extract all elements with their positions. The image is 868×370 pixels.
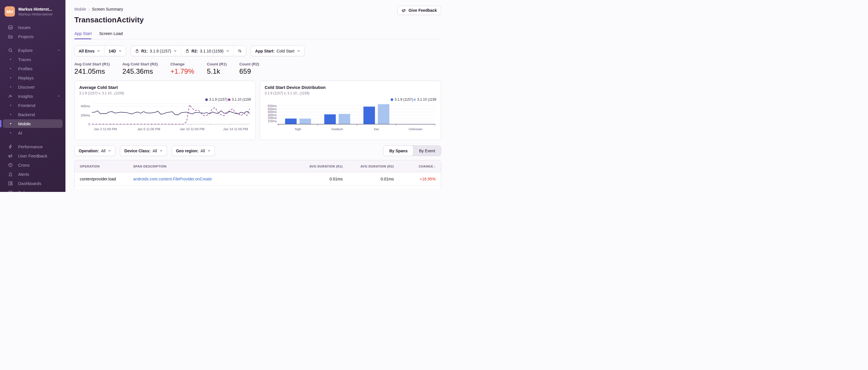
metrics-row: Avg Cold Start (R1) 241.05ms Avg Cold St… [74, 62, 441, 75]
avg-cold-start-card: Average Cold Start 3.1.9 (1157) v. 3.1.1… [74, 80, 256, 140]
swap-arrows-icon [238, 49, 242, 53]
give-feedback-label: Give Feedback [408, 8, 437, 12]
device-class-filter[interactable]: Device Class: All [120, 146, 167, 156]
sidebar-item-label: Releases [18, 190, 36, 192]
legend-item-r1[interactable]: 3.1.9 (1157) [205, 98, 228, 102]
device-class-value: All [152, 148, 157, 153]
dashboard-grid-icon [8, 181, 13, 186]
sidebar-item-label: Crons [18, 163, 30, 168]
sort-desc-icon: ↓ [434, 164, 436, 168]
toggle-by-event[interactable]: By Event [413, 146, 441, 156]
bullet-icon [8, 68, 13, 69]
table-row[interactable]: contentprovider.load androidx.core.conte… [74, 172, 441, 186]
breadcrumb-mobile[interactable]: Mobile [74, 7, 86, 11]
operation-filter[interactable]: Operation: All [74, 146, 115, 156]
tab-app-start[interactable]: App Start [74, 31, 92, 39]
user-name: Markus Hinterst... [19, 7, 53, 11]
sidebar-item-discover[interactable]: Discover [3, 82, 63, 91]
sidebar-item-projects[interactable]: Projects [3, 32, 63, 41]
chevron-down-icon [208, 149, 211, 152]
legend-item-r1[interactable]: 3.1.9 (1157) [391, 98, 413, 102]
avg-cold-start-line-chart[interactable]: 0200ms400msJan 2 11:00 PMJan 6 11:00 PMJ… [79, 102, 251, 132]
sidebar-item-label: Backend [18, 112, 35, 117]
column-header-change[interactable]: CHANGE↓ [399, 164, 441, 168]
sidebar-item-crons[interactable]: Crons [3, 161, 63, 169]
metric-change: Change +1.79% [170, 62, 194, 75]
span-description-link[interactable]: androidx.core.content.FileProvider.onCre… [133, 177, 212, 181]
sidebar-item-profiles[interactable]: Profiles [3, 64, 63, 73]
chevron-down-icon [97, 49, 100, 53]
metric-value: 245.36ms [122, 67, 158, 75]
legend-label: 3.1.9 (1157) [395, 98, 413, 102]
bullet-icon [8, 123, 13, 124]
active-indicator [0, 120, 1, 127]
sidebar-item-mobile[interactable]: Mobile [3, 119, 63, 128]
metric-count-r1: Count (R1) 5.1k [207, 62, 227, 75]
sidebar-item-label: Mobile [18, 121, 31, 126]
chevron-up-icon [57, 95, 60, 98]
swap-releases-button[interactable] [234, 46, 246, 56]
release-r2-value: 3.1.10 (1159) [200, 49, 224, 53]
bullet-icon [8, 105, 13, 106]
sidebar: MH Markus Hinterst... Markus Hinterstein… [0, 0, 65, 192]
geo-region-filter[interactable]: Geo region: All [172, 146, 215, 156]
sidebar-item-dashboards[interactable]: Dashboards [3, 179, 63, 188]
date-range-filter[interactable]: 14D [104, 46, 126, 56]
sidebar-item-frontend[interactable]: Frontend [3, 101, 63, 109]
charts-row: Average Cold Start 3.1.9 (1157) v. 3.1.1… [74, 80, 441, 140]
column-header-avg-duration-r1[interactable]: AVG DURATION (R1) [297, 165, 348, 168]
app-start-type-filter[interactable]: App Start: Cold Start [251, 46, 304, 56]
device-class-prefix: Device Class: [124, 148, 150, 153]
sidebar-item-explore[interactable]: Explore [3, 46, 63, 55]
sidebar-item-label: User Feedback [18, 154, 48, 158]
sidebar-item-issues[interactable]: Issues [3, 23, 63, 32]
cell-operation: contentprovider.load [74, 177, 128, 181]
release-r1-prefix: R1: [141, 49, 148, 53]
svg-text:300ms: 300ms [268, 113, 277, 117]
table-row[interactable] [74, 186, 441, 189]
legend-item-r2[interactable]: 3.1.10 (1159 [413, 98, 437, 102]
cell-avg-duration-r1: 0.01ms [297, 177, 348, 181]
give-feedback-button[interactable]: Give Feedback [397, 6, 441, 15]
sidebar-item-user-feedback[interactable]: User Feedback [3, 152, 63, 160]
table-filters-row: Operation: All Device Class: All Geo reg… [74, 145, 441, 156]
legend-dot [391, 98, 393, 101]
metric-label: Avg Cold Start (R1) [74, 62, 110, 66]
release-r1-selector[interactable]: R1: 3.1.9 (1157) [131, 46, 181, 56]
metric-avg-cold-start-r1: Avg Cold Start (R1) 241.05ms [74, 62, 110, 75]
user-menu[interactable]: MH Markus Hinterst... Markus Hinterstein… [0, 0, 65, 20]
sidebar-item-label: Alerts [18, 172, 29, 177]
sidebar-item-replays[interactable]: Replays [3, 73, 63, 82]
sidebar-item-ai[interactable]: AI [3, 129, 63, 137]
svg-text:0: 0 [88, 123, 90, 126]
column-header-span-description[interactable]: SPAN DESCRIPTION [128, 165, 297, 168]
svg-text:400ms: 400ms [81, 104, 90, 108]
chart-title: Average Cold Start [79, 85, 251, 90]
sidebar-item-insights[interactable]: Insights [3, 92, 63, 100]
sidebar-item-releases[interactable]: Releases [3, 188, 63, 192]
sidebar-item-backend[interactable]: Backend [3, 110, 63, 119]
bullet-icon [8, 86, 13, 88]
svg-text:200ms: 200ms [268, 116, 277, 120]
svg-text:Unknown: Unknown [409, 127, 423, 131]
svg-text:Jan 2 11:00 PM: Jan 2 11:00 PM [94, 127, 117, 131]
sidebar-item-performance[interactable]: Performance [3, 142, 63, 151]
environment-filter[interactable]: All Envs [74, 46, 104, 56]
chevron-down-icon [297, 49, 300, 53]
bullet-icon [8, 59, 13, 60]
legend-item-r2[interactable]: 3.1.10 (1159 [228, 98, 251, 102]
device-distribution-bar-chart[interactable]: 100ms200ms300ms400ms500ms600mshighmedium… [265, 102, 436, 132]
breadcrumb: Mobile › Screen Summary [74, 7, 441, 11]
sidebar-nav: Issues Projects Explore Traces [0, 20, 65, 192]
sidebar-item-alerts[interactable]: Alerts [3, 170, 63, 178]
environment-filter-label: All Envs [79, 49, 94, 53]
svg-text:400ms: 400ms [268, 110, 277, 113]
release-r2-selector[interactable]: R2: 3.1.10 (1159) [181, 46, 234, 56]
tab-screen-load[interactable]: Screen Load [99, 31, 123, 39]
chevron-up-icon [57, 49, 60, 52]
column-header-operation[interactable]: OPERATION [74, 165, 128, 168]
sidebar-item-traces[interactable]: Traces [3, 55, 63, 64]
bullet-icon [8, 114, 13, 115]
column-header-avg-duration-r2[interactable]: AVG DURATION (R2) [348, 165, 399, 168]
toggle-by-spans[interactable]: By Spans [383, 145, 414, 156]
